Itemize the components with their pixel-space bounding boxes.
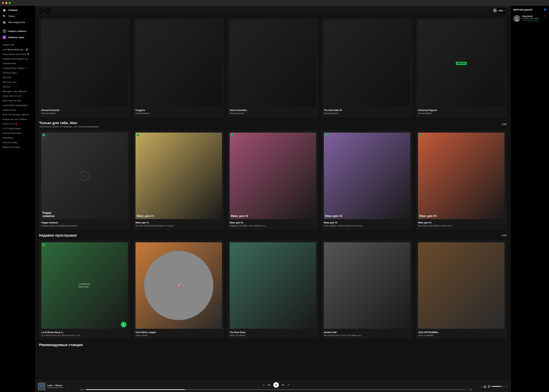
prev-button[interactable]: ⏮ [267, 383, 270, 386]
list-item[interactable]: quiet music for road [1, 98, 34, 103]
source-badge: S [325, 243, 328, 246]
devices-icon[interactable]: 💻 [484, 385, 486, 388]
recently-played-card[interactable]: S The Rum Diary Автор: Joe Busam [227, 240, 318, 339]
recently-played-card[interactable]: S JAZZ INSTRUMEN... Автор: prueba381 [416, 240, 507, 339]
podcast-cover [230, 20, 316, 107]
list-item[interactable]: Indie/Brit Rock [1, 61, 34, 66]
list-item[interactable]: Global Groove [1, 108, 34, 112]
sidebar-item-library[interactable]: 📚 Моя медиатека [0, 19, 35, 25]
maximize-button[interactable] [9, 2, 11, 4]
for-you-card[interactable]: S Микс дня #1 Микс дня #1 Wun Two, Boris… [133, 130, 224, 230]
list-item[interactable]: Surf Chill [1, 75, 34, 80]
progress-track[interactable] [86, 389, 466, 390]
podcast-card[interactable]: Kingpins Parcast Network [133, 18, 224, 117]
friends-settings-icon[interactable]: 👤 [544, 8, 546, 11]
podcast-card[interactable]: The Dark Side Of Parcast Network [322, 18, 413, 117]
podcast-card[interactable]: Secret Societies Parcast Network [227, 18, 318, 117]
player: Love... I Guess Damien Sebe, CHG ♡ ⇌ ⏮ ⏸… [35, 380, 511, 392]
recently-played-card[interactable]: S Samba Café Mix of Bossa Nova, French, … [322, 240, 413, 339]
list-item[interactable]: Rock This Presents...Best R... [1, 112, 34, 117]
like-button[interactable]: ♡ [66, 385, 68, 388]
user-menu[interactable]: Alex ▾ [491, 8, 507, 14]
list-item[interactable]: Electronic Jazz [1, 80, 34, 84]
repeat-button[interactable]: ↺ [288, 384, 289, 386]
list-item[interactable]: Deep House Relax [1, 145, 34, 149]
list-item[interactable]: Laced Drinks (Espionage S... [1, 103, 34, 108]
sidebar: 🏠 Главная🔍 Поиск📚 Моя медиатека + Создат… [0, 6, 35, 392]
playlist-name: windows down speakers up [3, 58, 28, 60]
main-area: ‹ › Alex ▾ Parcast Presents Parcast Netw… [35, 6, 511, 392]
friends-list: shayrayval la di die (feat. jxdn) • Ness… [511, 13, 549, 24]
player-track-title: Love... I Guess [47, 384, 63, 386]
podcast-subtitle: Parcast Network [135, 112, 222, 115]
source-badge: S [419, 243, 422, 246]
create-playlist-icon[interactable]: + [3, 29, 7, 33]
pause-button[interactable]: ⏸ [273, 382, 279, 388]
playlist-name: Up Beat Study / Happy / J... [3, 67, 28, 69]
playlist-name: Deep House Relax [3, 146, 20, 148]
list-item[interactable]: Winter Term '21 LoFi [1, 94, 34, 98]
list-item[interactable]: LO-FI Electo Dance [1, 126, 34, 131]
close-button[interactable] [2, 2, 4, 4]
titlebar [0, 0, 549, 6]
sidebar-item-home[interactable]: 🏠 Главная [0, 7, 35, 13]
list-item[interactable]: Summer Rock Vibes [1, 131, 34, 135]
for-you-card[interactable]: S Микс дня #4 Микс дня #4 Sam Cohen, Mac… [416, 130, 507, 230]
list-item[interactable]: Russian lofi | lo-fi, chillhop, ... [1, 117, 34, 122]
recently-played-desc: Автор: prueba381 [418, 334, 505, 337]
mix-title: Микс дня #4 [418, 221, 505, 224]
shuffle-button[interactable]: ⇌ [263, 384, 265, 386]
recently-played-card[interactable]: 🎸 S Chet Atkins: радио Автор: Spotify [133, 240, 224, 339]
list-item[interactable]: Soft 50s [1, 84, 34, 89]
for-you-see-more[interactable]: ЕЩЁ [502, 123, 507, 125]
podcast-subtitle: Parcast Network [324, 112, 410, 115]
list-item[interactable]: Up Beat Study / Happy / J... [1, 66, 34, 70]
list-item[interactable]: windows down speakers up [1, 56, 34, 61]
list-item[interactable]: The Rum Diary [1, 70, 34, 75]
for-you-card[interactable]: S Микс дня #2 Микс дня #2 Degiheugi, DJ … [227, 130, 318, 230]
recently-played-cards: Lo-Fi BossaNova Jazz S ⏸ Lo-Fi Bossa Nov… [39, 240, 507, 339]
liked-songs-label[interactable]: Любимые треки [8, 36, 24, 39]
mix-title: Микс дня #2 [230, 221, 316, 224]
sidebar-item-search[interactable]: 🔍 Поиск [0, 13, 35, 19]
recently-played-see-more[interactable]: ЕЩЁ [502, 234, 507, 237]
podcast-title: Secret Societies [230, 109, 316, 112]
for-you-card[interactable]: ♪♪ S Радарновинок Радар новинок Свежая м… [39, 130, 130, 230]
create-playlist-label[interactable]: Создать плейлист [8, 30, 27, 32]
list-item[interactable]: Lo-Fi Bossa Nova Jaz...🔊 [1, 47, 34, 52]
fullscreen-icon[interactable]: ⤢ [506, 385, 508, 388]
recently-played-desc: Lo-Fi Bossa Nova Jazz, Bossa Jazzhop, Lo… [41, 334, 128, 337]
recently-played-desc: Автор: Spotify [135, 334, 222, 337]
podcast-row: Parcast Presents Parcast Network Kingpin… [39, 18, 507, 117]
list-item[interactable]: Samba Café [1, 42, 34, 47]
next-button[interactable]: ⏭ [282, 383, 285, 386]
mix-label: Микс дня #3 [325, 215, 342, 218]
minimize-button[interactable] [5, 2, 7, 4]
mix-cover [230, 133, 316, 219]
playlist-name: The Rum Diary [3, 72, 16, 74]
volume-icon: 🔊 [487, 385, 491, 388]
podcast-cover [135, 20, 222, 107]
list-item[interactable]: French Lo-Fi 🌹 [1, 122, 34, 126]
recently-played-title: JAZZ INSTRUMEN... [418, 331, 505, 334]
svg-text:♪♪: ♪♪ [84, 175, 85, 177]
volume-bar[interactable] [492, 386, 505, 387]
forward-button[interactable]: › [45, 8, 51, 13]
playing-icon: 🔊 [26, 48, 28, 51]
recently-played-card[interactable]: Lo-Fi BossaNova Jazz S ⏸ Lo-Fi Bossa Nov… [39, 240, 130, 339]
list-item[interactable]: Bossa Nova Covers 2021 🌿 [1, 52, 34, 56]
list-item[interactable]: ShakShuka [1, 135, 34, 140]
back-button[interactable]: ‹ [39, 8, 44, 13]
progress-bar[interactable]: 0:29 1:33 [79, 389, 473, 391]
list-item[interactable]: Moonglow - late night jazz ... [1, 89, 34, 94]
queue-icon[interactable]: ≡ [481, 385, 482, 388]
podcast-card[interactable]: Parcast Presents Parcast Network [39, 18, 130, 117]
podcast-cover [324, 20, 410, 107]
friend-name: shayrayval [522, 15, 542, 17]
for-you-card[interactable]: S Микс дня #3 Микс дня #3 wüsh, Idealism… [322, 130, 413, 230]
podcast-card[interactable]: PARCAST Historical Figures Parcast Netwo… [416, 18, 507, 117]
for-you-header: Только для тебя, Alex Чем больше музыки … [39, 121, 507, 128]
list-item[interactable]: Chill Jazz Beats [1, 140, 34, 145]
playlist-name: Rock This Presents...Best R... [3, 113, 30, 116]
podcast-cover [41, 20, 128, 107]
